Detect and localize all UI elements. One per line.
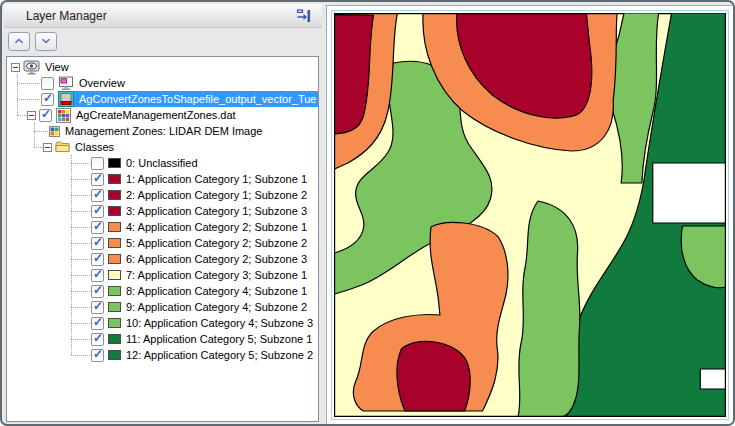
class-item-10[interactable]: 10: Application Category 4; Subzone 3	[7, 315, 318, 331]
class-item-1[interactable]: 1: Application Category 1; Subzone 1	[7, 171, 318, 187]
tree-item-label: Management Zones: LIDAR DEM Image	[60, 125, 262, 137]
overview-monitor-icon	[58, 76, 74, 91]
visibility-checkbox[interactable]	[91, 269, 104, 282]
visibility-checkbox[interactable]	[91, 349, 104, 362]
class-label: 3: Application Category 1; Subzone 3	[121, 205, 307, 217]
visibility-checkbox[interactable]	[91, 301, 104, 314]
collapse-panel-button[interactable]	[294, 7, 314, 25]
visibility-checkbox[interactable]	[39, 109, 52, 122]
visibility-checkbox[interactable]	[91, 157, 104, 170]
class-item-9[interactable]: 9: Application Category 4; Subzone 2	[7, 299, 318, 315]
class-label: 5: Application Category 2; Subzone 2	[121, 237, 307, 249]
class-item-8[interactable]: 8: Application Category 4; Subzone 1	[7, 283, 318, 299]
tree-item-raster-layer[interactable]: AgCreateManagementZones.dat	[7, 107, 318, 123]
visibility-checkbox[interactable]	[91, 285, 104, 298]
visibility-checkbox[interactable]	[91, 189, 104, 202]
class-label: 4: Application Category 2; Subzone 1	[121, 221, 307, 233]
map-nodata-notch	[653, 163, 726, 223]
raster-palette-icon	[56, 108, 71, 123]
visibility-checkbox[interactable]	[41, 93, 54, 106]
visibility-checkbox[interactable]	[91, 333, 104, 346]
tree-item-label: Overview	[74, 77, 125, 89]
class-color-swatch	[108, 222, 121, 232]
tree-item-vector-layer[interactable]: AgConvertZonesToShapefile_output_vector_…	[7, 91, 318, 107]
tree-item-legend-title[interactable]: Management Zones: LIDAR DEM Image	[7, 123, 318, 139]
map-view-panel[interactable]	[326, 5, 734, 425]
class-label: 9: Application Category 4; Subzone 2	[121, 301, 307, 313]
class-color-swatch	[108, 206, 121, 216]
tree-item-label: View	[40, 61, 69, 73]
visibility-checkbox[interactable]	[91, 253, 104, 266]
class-color-swatch	[108, 158, 121, 168]
class-item-5[interactable]: 5: Application Category 2; Subzone 2	[7, 235, 318, 251]
layer-manager-panel: Layer Manager	[4, 4, 322, 422]
class-label: 12: Application Category 5; Subzone 2	[121, 349, 313, 361]
class-color-swatch	[108, 302, 121, 312]
collapse-panel-icon	[296, 9, 312, 23]
legend-grid-icon	[49, 126, 60, 137]
class-item-6[interactable]: 6: Application Category 2; Subzone 3	[7, 251, 318, 267]
collapse-expander-icon[interactable]	[43, 143, 52, 152]
class-color-swatch	[108, 190, 121, 200]
class-color-swatch	[108, 350, 121, 360]
collapse-expander-icon[interactable]	[11, 63, 20, 72]
move-layer-down-button[interactable]	[35, 32, 57, 51]
selected-row-highlight: AgConvertZonesToShapefile_output_vector_…	[58, 91, 318, 107]
class-label: 7: Application Category 3; Subzone 1	[121, 269, 307, 281]
move-layer-up-button[interactable]	[8, 32, 30, 51]
class-item-4[interactable]: 4: Application Category 2; Subzone 1	[7, 219, 318, 235]
tree-item-overview[interactable]: Overview	[7, 75, 318, 91]
class-color-swatch	[108, 334, 121, 344]
layer-tree[interactable]: View Overview	[6, 56, 319, 422]
application-window: Layer Manager	[0, 0, 735, 426]
map-nodata-notch	[700, 369, 725, 389]
class-item-0[interactable]: 0: Unclassified	[7, 155, 318, 171]
vector-layer-icon	[58, 91, 74, 107]
chevron-up-icon	[15, 37, 23, 45]
class-color-swatch	[108, 286, 121, 296]
class-color-swatch	[108, 174, 121, 184]
tree-item-label: Classes	[70, 141, 114, 153]
class-label: 6: Application Category 2; Subzone 3	[121, 253, 307, 265]
layer-toolbar	[4, 28, 322, 54]
class-item-12[interactable]: 12: Application Category 5; Subzone 2	[7, 347, 318, 363]
class-item-3[interactable]: 3: Application Category 1; Subzone 3	[7, 203, 318, 219]
class-label: 2: Application Category 1; Subzone 2	[121, 189, 307, 201]
class-color-swatch	[108, 254, 121, 264]
zones-map	[334, 13, 726, 417]
visibility-checkbox[interactable]	[91, 237, 104, 250]
tree-item-label: AgConvertZonesToShapefile_output_vector_…	[74, 93, 318, 105]
folder-icon	[55, 141, 70, 153]
tree-item-label: AgCreateManagementZones.dat	[71, 109, 236, 121]
visibility-checkbox[interactable]	[91, 221, 104, 234]
visibility-checkbox[interactable]	[41, 77, 54, 90]
class-label: 8: Application Category 4; Subzone 1	[121, 285, 307, 297]
map-selection-frame	[331, 10, 729, 420]
collapse-expander-icon[interactable]	[27, 111, 36, 120]
visibility-checkbox[interactable]	[91, 317, 104, 330]
map-zone-dark-red	[397, 341, 470, 411]
class-item-7[interactable]: 7: Application Category 3; Subzone 1	[7, 267, 318, 283]
class-item-11[interactable]: 11: Application Category 5; Subzone 1	[7, 331, 318, 347]
class-label: 10: Application Category 4; Subzone 3	[121, 317, 313, 329]
class-color-swatch	[108, 238, 121, 248]
visibility-checkbox[interactable]	[91, 173, 104, 186]
view-monitor-eye-icon	[23, 60, 40, 75]
class-color-swatch	[108, 318, 121, 328]
class-label: 11: Application Category 5; Subzone 1	[121, 333, 312, 345]
visibility-checkbox[interactable]	[91, 205, 104, 218]
class-item-2[interactable]: 2: Application Category 1; Subzone 2	[7, 187, 318, 203]
panel-title: Layer Manager	[26, 9, 107, 23]
chevron-down-icon	[42, 37, 50, 45]
layer-manager-titlebar: Layer Manager	[4, 4, 322, 28]
class-label: 0: Unclassified	[121, 157, 198, 169]
tree-item-classes[interactable]: Classes	[7, 139, 318, 155]
class-color-swatch	[108, 270, 121, 280]
tree-item-view[interactable]: View	[7, 59, 318, 75]
class-label: 1: Application Category 1; Subzone 1	[121, 173, 307, 185]
